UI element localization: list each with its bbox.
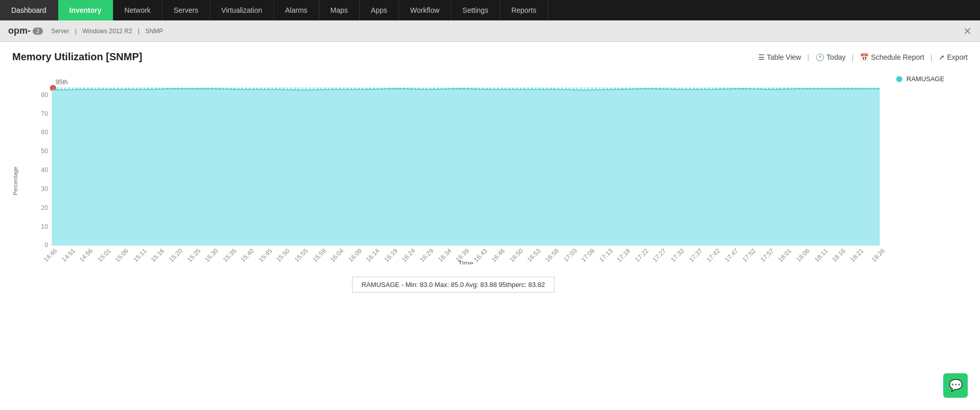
svg-text:30: 30 bbox=[41, 185, 48, 192]
svg-text:15:25: 15:25 bbox=[186, 247, 202, 263]
svg-text:17:42: 17:42 bbox=[705, 247, 721, 263]
nav-item-settings[interactable]: Settings bbox=[451, 0, 500, 20]
nav-item-network[interactable]: Network bbox=[113, 0, 162, 20]
svg-text:20: 20 bbox=[41, 204, 48, 211]
svg-text:16:53: 16:53 bbox=[526, 247, 542, 263]
clock-icon: 🕐 bbox=[815, 53, 824, 61]
device-name: opm- bbox=[8, 26, 31, 36]
table-icon: ☰ bbox=[758, 53, 765, 61]
svg-text:16:58: 16:58 bbox=[544, 247, 561, 263]
nav-item-maps[interactable]: Maps bbox=[319, 0, 360, 20]
svg-text:18:21: 18:21 bbox=[849, 247, 865, 263]
svg-text:15:20: 15:20 bbox=[168, 247, 184, 263]
svg-text:15:11: 15:11 bbox=[132, 247, 148, 263]
nav-item-reports[interactable]: Reports bbox=[500, 0, 548, 20]
svg-text:0: 0 bbox=[44, 242, 48, 249]
stats-box: RAMUSAGE - Min: 83.0 Max: 85.0 Avg: 83.8… bbox=[352, 277, 555, 293]
legend-label-ramusage: RAMUSAGE bbox=[906, 75, 944, 83]
svg-text:16:14: 16:14 bbox=[365, 247, 381, 263]
svg-text:17:57: 17:57 bbox=[759, 247, 776, 263]
export-button[interactable]: ➚ Export bbox=[939, 53, 968, 61]
svg-marker-21 bbox=[52, 89, 879, 246]
svg-text:17:32: 17:32 bbox=[669, 247, 686, 263]
today-button[interactable]: 🕐 Today bbox=[815, 53, 846, 61]
svg-text:15:45: 15:45 bbox=[258, 247, 274, 263]
chart-title: Memory Utilization [SNMP] bbox=[12, 51, 758, 63]
svg-text:18:11: 18:11 bbox=[813, 247, 829, 263]
svg-text:40: 40 bbox=[41, 166, 48, 174]
top-navigation: Dashboard Inventory Network Servers Virt… bbox=[0, 0, 980, 20]
device-badge: 2 bbox=[33, 28, 43, 35]
svg-text:15:06: 15:06 bbox=[114, 247, 130, 263]
svg-text:15:55: 15:55 bbox=[293, 247, 310, 263]
chart-container: 0 10 20 30 40 50 60 70 80 95th bbox=[20, 70, 886, 293]
svg-text:18:16: 18:16 bbox=[831, 247, 847, 263]
svg-text:50: 50 bbox=[41, 148, 48, 155]
table-view-link[interactable]: ☰ Table View bbox=[758, 53, 801, 61]
svg-text:17:03: 17:03 bbox=[562, 247, 578, 263]
svg-text:18:26: 18:26 bbox=[870, 247, 886, 263]
chart-wrapper: Percentage bbox=[12, 70, 968, 293]
svg-text:17:47: 17:47 bbox=[724, 247, 740, 263]
chart-svg: 0 10 20 30 40 50 60 70 80 95th bbox=[20, 70, 886, 264]
chat-button[interactable]: 💬 bbox=[943, 373, 968, 398]
svg-text:15:01: 15:01 bbox=[96, 247, 112, 263]
svg-text:17:27: 17:27 bbox=[651, 247, 668, 263]
svg-text:16:50: 16:50 bbox=[508, 247, 525, 263]
svg-text:70: 70 bbox=[41, 110, 48, 117]
svg-text:14:46: 14:46 bbox=[42, 247, 59, 263]
svg-text:15:30: 15:30 bbox=[203, 247, 220, 263]
svg-text:17:52: 17:52 bbox=[741, 247, 757, 263]
y-axis-label: Percentage bbox=[12, 70, 18, 293]
svg-text:16:46: 16:46 bbox=[490, 247, 506, 263]
close-button[interactable]: ✕ bbox=[963, 26, 972, 36]
svg-text:18:01: 18:01 bbox=[777, 247, 793, 263]
svg-text:10: 10 bbox=[41, 223, 48, 230]
svg-text:14:56: 14:56 bbox=[78, 247, 95, 263]
svg-text:16:24: 16:24 bbox=[401, 247, 417, 263]
nav-item-servers[interactable]: Servers bbox=[162, 0, 210, 20]
nav-item-workflow[interactable]: Workflow bbox=[399, 0, 451, 20]
nav-item-apps[interactable]: Apps bbox=[360, 0, 399, 20]
svg-text:15:40: 15:40 bbox=[239, 247, 255, 263]
nav-item-virtualization[interactable]: Virtualization bbox=[210, 0, 274, 20]
nav-item-inventory[interactable]: Inventory bbox=[58, 0, 113, 20]
svg-text:18:06: 18:06 bbox=[795, 247, 811, 263]
breadcrumb-bar: opm- 2 Server | Windows 2012 R2 | SNMP ✕ bbox=[0, 20, 980, 42]
svg-text:15:35: 15:35 bbox=[222, 247, 238, 263]
svg-text:60: 60 bbox=[41, 129, 48, 136]
svg-text:17:22: 17:22 bbox=[634, 247, 650, 263]
chart-left: Percentage bbox=[12, 70, 886, 293]
svg-text:17:37: 17:37 bbox=[688, 247, 704, 263]
svg-text:17:18: 17:18 bbox=[616, 247, 632, 263]
svg-text:15:59: 15:59 bbox=[311, 247, 328, 263]
svg-text:16:04: 16:04 bbox=[329, 247, 345, 263]
chart-controls: ☰ Table View | 🕐 Today | 📅 Schedule Repo… bbox=[758, 53, 968, 61]
svg-text:16:29: 16:29 bbox=[418, 247, 435, 263]
svg-text:16:34: 16:34 bbox=[437, 247, 453, 263]
chat-icon: 💬 bbox=[949, 379, 963, 392]
svg-text:15:50: 15:50 bbox=[275, 247, 291, 263]
svg-text:16:09: 16:09 bbox=[347, 247, 363, 263]
svg-text:17:13: 17:13 bbox=[598, 247, 614, 263]
svg-text:80: 80 bbox=[41, 91, 48, 99]
svg-text:Time: Time bbox=[458, 259, 473, 264]
svg-text:15:16: 15:16 bbox=[150, 247, 166, 263]
main-content: Memory Utilization [SNMP] ☰ Table View |… bbox=[0, 42, 980, 410]
nav-item-dashboard[interactable]: Dashboard bbox=[0, 0, 58, 20]
breadcrumb-sub: Server | Windows 2012 R2 | SNMP bbox=[49, 28, 165, 35]
schedule-report-button[interactable]: 📅 Schedule Report bbox=[860, 53, 924, 61]
svg-text:17:08: 17:08 bbox=[580, 247, 596, 263]
calendar-icon: 📅 bbox=[860, 53, 869, 61]
svg-text:16:19: 16:19 bbox=[383, 247, 399, 263]
legend-item-ramusage: RAMUSAGE bbox=[896, 75, 968, 83]
svg-text:95th: 95th bbox=[56, 79, 68, 86]
chart-header: Memory Utilization [SNMP] ☰ Table View |… bbox=[12, 51, 968, 63]
chart-legend: RAMUSAGE bbox=[896, 70, 968, 83]
svg-text:14:51: 14:51 bbox=[60, 247, 77, 263]
export-icon: ➚ bbox=[939, 53, 945, 61]
svg-text:16:43: 16:43 bbox=[473, 247, 489, 263]
nav-item-alarms[interactable]: Alarms bbox=[274, 0, 319, 20]
legend-dot-ramusage bbox=[896, 76, 902, 82]
